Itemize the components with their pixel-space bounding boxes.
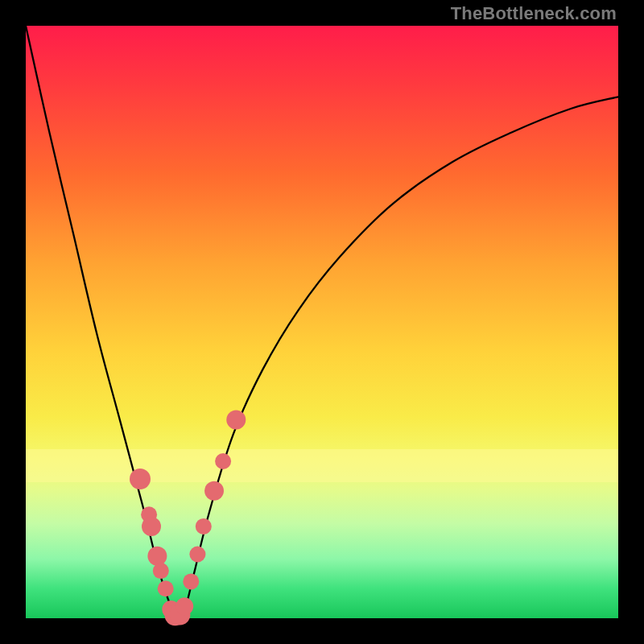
data-point	[130, 469, 151, 489]
bottleneck-curve	[26, 26, 618, 618]
outer-frame: TheBottleneck.com	[0, 0, 644, 644]
data-point	[204, 481, 224, 501]
data-point	[215, 453, 231, 469]
data-point	[158, 580, 174, 597]
data-point	[183, 573, 199, 589]
chart-svg	[26, 26, 618, 618]
data-point	[189, 547, 205, 563]
data-point	[153, 563, 169, 579]
data-point	[196, 518, 212, 535]
watermark-text: TheBottleneck.com	[451, 3, 617, 24]
data-markers	[130, 410, 246, 625]
data-point	[175, 597, 193, 615]
data-point	[142, 517, 161, 536]
data-point	[226, 410, 246, 429]
data-point	[147, 547, 167, 566]
